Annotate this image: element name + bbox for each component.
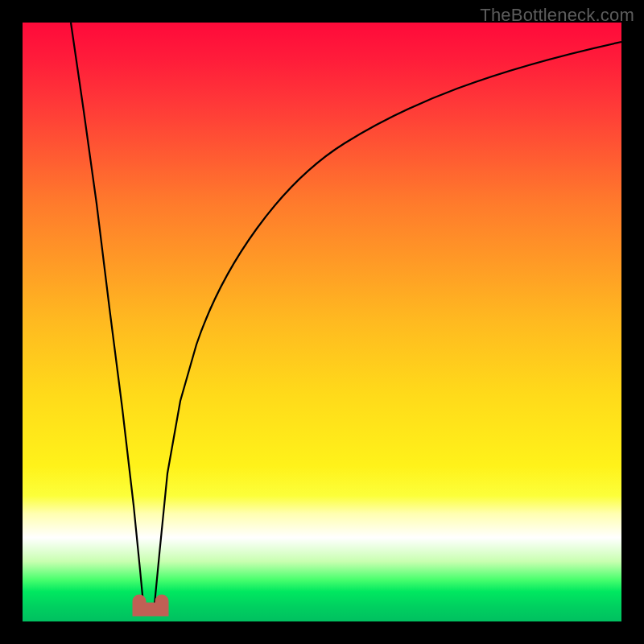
curve-left-branch <box>71 23 143 604</box>
vertex-bracket <box>132 594 169 617</box>
curve-right-branch <box>155 42 621 604</box>
bracket-shape <box>139 601 162 609</box>
chart-area <box>23 23 621 621</box>
bottleneck-curve <box>23 23 621 621</box>
